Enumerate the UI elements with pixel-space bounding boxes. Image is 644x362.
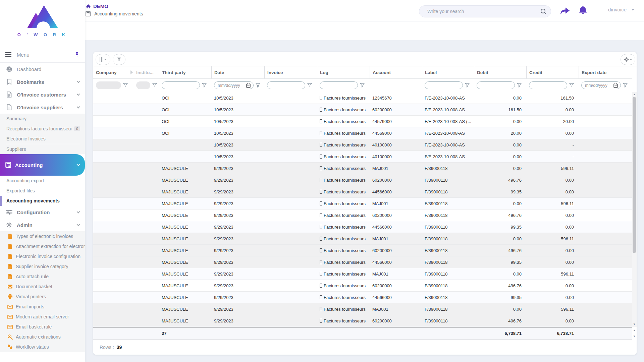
vertical-scrollbar[interactable]: ▲ ▼ [632,92,637,327]
column-header-export-date[interactable]: Export date [579,66,632,78]
table-row[interactable]: OCI10/5/2023Factures fournisseurs6020000… [93,104,632,116]
sidebar-subitem-summary[interactable]: Summary [0,114,85,124]
table-row[interactable]: OCI10/5/2023Factures fournisseurs4456900… [93,127,632,139]
scroll-up-icon[interactable]: ▲ [632,328,637,333]
filter-date-input-export-date[interactable]: mm/dd/yyyy [581,81,621,89]
filter-input-third-party[interactable] [162,81,200,89]
table-row[interactable]: MAJUSCULE9/29/2023Factures fournisseurs6… [93,174,632,186]
footer-scrollbar[interactable]: ▲ ▼ [632,327,637,340]
funnel-icon[interactable] [123,83,128,87]
funnel-icon[interactable] [360,83,365,87]
sidebar-subitem-attachment-extraction-for-electroni[interactable]: Attachment extraction for electroni [0,241,85,251]
sidebar-subitem-email-imports[interactable]: Email imports [0,302,85,312]
table-row[interactable]: MAJUSCULE9/29/2023Factures fournisseursM… [93,198,632,209]
table-row[interactable]: 10/5/2023Factures fournisseurs40100000F/… [93,151,632,163]
funnel-icon[interactable] [465,83,470,87]
funnel-icon[interactable] [569,83,574,87]
sidebar-subitem-automatic-extractions[interactable]: Automatic extractions [0,332,85,342]
sidebar-subitem-electronic-invoice-configuration[interactable]: Electronic invoice configuration [0,251,85,261]
table-row[interactable]: MAJUSCULE9/29/2023Factures fournisseurs4… [93,292,632,303]
filter-input-log[interactable] [320,81,358,89]
search-icon[interactable] [540,8,547,15]
sidebar-item-o-invoice-suppliers[interactable]: O'Invoice suppliers [0,101,85,114]
column-header-institu[interactable]: Institu... [133,66,159,78]
sidebar-item-bookmarks[interactable]: Bookmarks [0,75,85,88]
user-menu[interactable]: dinvoice [608,7,635,12]
sidebar-subitem-supplier-invoice-category[interactable]: Supplier invoice category [0,261,85,272]
table-row[interactable]: MAJUSCULE9/29/2023Factures fournisseurs4… [93,186,632,198]
sidebar-subitem-workflow-status[interactable]: Workflow status [0,342,85,352]
share-button[interactable] [559,6,570,15]
column-header-date[interactable]: Date [211,66,264,78]
table-row[interactable]: MAJUSCULE9/29/2023Factures fournisseursM… [93,233,632,245]
column-header-credit[interactable]: Credit [526,66,579,78]
table-row[interactable]: MAJUSCULE9/29/2023Factures fournisseursM… [93,163,632,174]
table-settings-button[interactable] [621,54,635,65]
scroll-down-icon[interactable]: ▼ [632,335,637,339]
search-input[interactable] [427,9,540,14]
group-expand-icon[interactable] [130,70,133,74]
filter-input-debit[interactable] [477,81,515,89]
sidebar-subitem-email-basket-rule[interactable]: Email basket rule [0,322,85,332]
funnel-icon[interactable] [202,83,207,87]
pin-icon[interactable] [74,52,79,58]
funnel-icon[interactable] [152,83,157,87]
column-header-account[interactable]: Account [370,66,422,78]
column-header-invoice[interactable]: Invoice [264,66,317,78]
filter-input-credit[interactable] [529,81,567,89]
sidebar-item-o-invoice-customers[interactable]: O'Invoice customers [0,88,85,101]
sidebar-subitem-exported-files[interactable]: Exported files [0,186,85,196]
column-header-debit[interactable]: Debit [474,66,526,78]
funnel-icon[interactable] [256,83,260,87]
calendar-icon[interactable] [613,83,618,88]
filter-date-input-date[interactable]: mm/dd/yyyy [214,81,254,89]
table-row[interactable]: MAJUSCULE9/29/2023Factures fournisseurs4… [93,256,632,268]
menu-toggle-row[interactable]: Menu [0,47,85,63]
sidebar-item-admin[interactable]: Admin [0,219,85,231]
filter-input-label[interactable] [425,81,463,89]
sidebar-subitem-virtual-printers[interactable]: Virtual printers [0,292,85,302]
filter-toggle-button[interactable] [113,54,125,65]
sidebar-section-accounting[interactable]: Accounting [0,154,85,176]
sidebar-subitem-types-of-electronic-invoices[interactable]: Types of electronic invoices [0,231,85,241]
scroll-down-icon[interactable]: ▼ [632,322,637,326]
funnel-icon[interactable] [623,83,628,87]
column-header-company[interactable]: Company [93,66,133,78]
scroll-up-icon[interactable]: ▲ [632,93,637,97]
hamburger-icon[interactable] [5,52,11,57]
footer-cell-account [370,327,422,339]
table-row[interactable]: OCI10/5/2023Factures fournisseurs1234567… [93,92,632,104]
calendar-icon[interactable] [246,83,251,88]
sidebar-subitem-r-ceptions-factures-fournisseurs[interactable]: Réceptions factures fournisseurs0 [0,124,85,134]
funnel-icon[interactable] [307,83,312,87]
scrollbar-thumb[interactable] [633,97,636,253]
table-row[interactable]: MAJUSCULE9/29/2023Factures fournisseurs6… [93,209,632,221]
column-header-log[interactable]: Log [317,66,370,78]
sidebar-subitem-auto-attach-rule[interactable]: Auto attach rule [0,272,85,282]
sidebar-subitem-modern-auth-email-server[interactable]: Modern auth email server [0,312,85,322]
filter-input-invoice[interactable] [267,81,305,89]
global-search[interactable] [419,5,551,17]
column-header-label[interactable]: Label [422,66,474,78]
sidebar-subitem-suppliers[interactable]: Suppliers [0,144,85,154]
funnel-icon[interactable] [517,83,522,87]
sidebar-subitem-document-basket[interactable]: Document basket [0,282,85,292]
table-row[interactable]: MAJUSCULE9/29/2023Factures fournisseurs6… [93,315,632,327]
top-header: DEMO Accounting movements [85,0,644,40]
table-row[interactable]: MAJUSCULE9/29/2023Factures fournisseurs4… [93,221,632,233]
table-row[interactable]: MAJUSCULE9/29/2023Factures fournisseursM… [93,303,632,315]
sidebar-item-configuration[interactable]: Configuration [0,206,85,219]
sidebar-subitem-electronic-invoices[interactable]: Electronic Invoices [0,134,85,144]
column-chooser-button[interactable] [96,54,110,65]
sidebar-subitem-accounting-movements[interactable]: Accounting movements [0,196,85,206]
table-row[interactable]: MAJUSCULE9/29/2023Factures fournisseurs6… [93,245,632,256]
sidebar-item-dashboard[interactable]: Dashboard [0,63,85,75]
notifications-button[interactable] [578,5,588,16]
column-header-third-party[interactable]: Third party [159,66,211,78]
table-row[interactable]: OCI10/5/2023Factures fournisseurs4457900… [93,116,632,127]
table-row[interactable]: MAJUSCULE9/29/2023Factures fournisseursM… [93,268,632,280]
table-row[interactable]: 10/5/2023Factures fournisseurs40100000F/… [93,139,632,151]
table-row[interactable]: MAJUSCULE9/29/2023Factures fournisseurs6… [93,280,632,292]
sidebar-subitem-accounting-export[interactable]: Accounting export [0,176,85,186]
breadcrumb-home[interactable]: DEMO [86,3,143,9]
